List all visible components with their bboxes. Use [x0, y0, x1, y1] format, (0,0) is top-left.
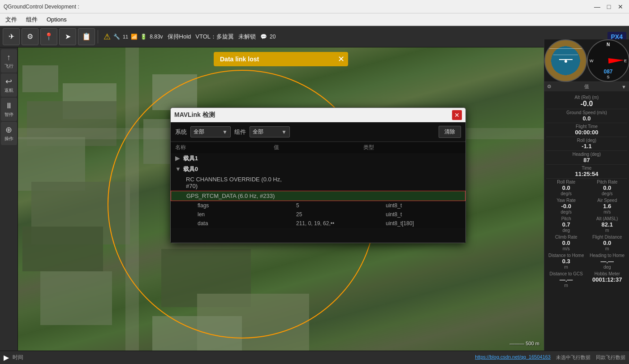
- telem-pitch-rate-value: 0.0: [603, 184, 611, 191]
- close-button[interactable]: ✕: [616, 2, 625, 12]
- gps-data-row: data 211, 0, 19, 62,•• uint8_t[180]: [171, 219, 465, 228]
- telem-flight-distance-unit: m: [605, 246, 609, 251]
- attitude-indicator: [544, 39, 587, 82]
- vehicle0-label: 载具0: [183, 166, 198, 172]
- sidebar-return[interactable]: ↩ 返航: [1, 73, 17, 97]
- rc-channels-row: RC CHANNELS OVERRIDE (0.0 Hz, #70): [186, 176, 461, 189]
- telem-pitch: Pitch 0.7 deg: [546, 216, 586, 233]
- menu-options[interactable]: Options: [43, 15, 70, 24]
- play-button[interactable]: ▶: [4, 353, 9, 362]
- mavlink-title-bar: MAVLink 检测 ✕: [171, 108, 465, 122]
- telem-alt-rel: Alt (Rel) (m) -0.0: [546, 94, 627, 109]
- compass-north: N: [607, 42, 610, 47]
- vehicle0-item[interactable]: ▼ 载具0: [171, 164, 465, 175]
- telem-alt-rel-value: -0.0: [581, 100, 593, 108]
- title-bar: QGroundControl Development : — □ ✕: [0, 0, 629, 13]
- datalost-close[interactable]: ✕: [338, 54, 345, 64]
- component-filter-select[interactable]: 全部 ▼: [250, 126, 290, 137]
- gps-rtcm-item[interactable]: GPS_RTCM_DATA (6.0 Hz, #233): [171, 191, 465, 201]
- telem-settings-icon[interactable]: ⚙: [547, 84, 551, 90]
- component-filter-label: 组件: [234, 128, 246, 136]
- telem-roll-value: -1.1: [582, 143, 591, 150]
- log-button[interactable]: 📋: [78, 28, 95, 45]
- status2: 同款飞行数据: [596, 354, 625, 361]
- minimize-button[interactable]: —: [592, 2, 602, 12]
- telem-air-speed-label: Air Speed: [597, 198, 617, 203]
- telem-flight-distance: Flight Distance 0.0 m: [587, 235, 628, 251]
- menu-file[interactable]: 文件: [2, 15, 21, 25]
- clear-filter-button[interactable]: 清除: [439, 126, 461, 138]
- sidebar-action[interactable]: ⊕ 操作: [1, 122, 17, 145]
- component-filter-value: 全部: [253, 128, 263, 136]
- window-controls[interactable]: — □ ✕: [592, 2, 625, 12]
- maximize-button[interactable]: □: [604, 2, 614, 12]
- mavlink-close-button[interactable]: ✕: [452, 110, 462, 120]
- sidebar-return-label: 返航: [4, 87, 13, 94]
- send-button[interactable]: ➤: [59, 28, 76, 45]
- location-button[interactable]: 📍: [40, 28, 57, 45]
- telem-heading-label: Heading (deg): [573, 152, 601, 157]
- bottom-bar: ▶ 时间 https://blog.csdn.net/qq_16504163 未…: [0, 351, 629, 364]
- mavlink-table-body[interactable]: ▶ 载具1 ▼ 载具0 RC CHANNELS OVERRIDE (0.0 Hz…: [171, 153, 465, 243]
- telem-rates-row: Roll Rate 0.0 deg/s Pitch Rate 0.0 deg/s: [546, 179, 627, 197]
- telem-flight-time-label: Flight Time: [576, 124, 598, 129]
- telem-heading-home-label: Heading to Home: [590, 253, 625, 258]
- gps-rtcm-label: GPS_RTCM_DATA (6.0 Hz, #233): [186, 193, 285, 199]
- telem-air-speed-value: 1.6: [603, 203, 611, 210]
- fly-button[interactable]: ✈: [3, 28, 20, 45]
- telem-roll-rate-value: 0.0: [562, 184, 570, 191]
- action-icon: ⊕: [5, 125, 12, 135]
- telem-yawrate-airspeed-row: Yaw Rate -0.0 deg/s Air Speed 1.6 m/s: [546, 197, 627, 215]
- vehicle1-item[interactable]: ▶ 载具1: [171, 153, 465, 164]
- settings-button[interactable]: ⚙: [22, 28, 39, 45]
- telem-dist-gcs-value: —.—: [560, 276, 573, 283]
- bottom-status: https://blog.csdn.net/qq_16504163 未选中飞行数…: [475, 354, 625, 361]
- blog-link[interactable]: https://blog.csdn.net/qq_16504163: [475, 354, 551, 361]
- telem-climb-rate-label: Climb Rate: [555, 235, 577, 240]
- data-name: data: [198, 220, 296, 227]
- telem-roll-rate-label: Roll Rate: [557, 180, 575, 184]
- telem-pitch-rate-unit: deg/s: [602, 191, 612, 196]
- len-value: 25: [296, 211, 386, 218]
- mavlink-table-header: 名称 值 类型: [171, 142, 465, 153]
- sidebar-pause[interactable]: ⏸ 智停: [1, 98, 17, 121]
- telem-ground-speed-value: 0.0: [582, 115, 590, 122]
- flags-type: uint8_t: [386, 202, 461, 209]
- rc-channels-item[interactable]: RC CHANNELS OVERRIDE (0.0 Hz, #70): [171, 175, 465, 191]
- menu-component[interactable]: 组件: [22, 15, 41, 25]
- lock-status: 未解锁: [238, 33, 256, 41]
- header-name: 名称: [175, 144, 274, 151]
- warning-icon: ⚠: [103, 32, 111, 42]
- telem-hobbs-meter-label: Hobbs Meter: [595, 271, 620, 276]
- telem-heading-value: 87: [583, 157, 590, 163]
- vehicle-type: VTOL：多旋翼: [195, 33, 234, 41]
- telem-climb-flightdist-row: Climb Rate 0.0 m/s Flight Distance 0.0 m: [546, 234, 627, 252]
- telem-alt-amsl-label: Alt (AMSL): [596, 216, 618, 221]
- window-title: QGroundControl Development :: [4, 4, 79, 10]
- battery-icon: 🔋: [140, 34, 147, 40]
- toolbar: ✈ ⚙ 📍 ➤ 📋 ⚠ 🔧 11 📶 🔋 8.83v 保持Hold VTOL：多…: [0, 26, 629, 47]
- vehicle0-expand: ▼: [175, 166, 181, 172]
- telem-flight-distance-value: 0.0: [603, 240, 611, 246]
- wrench-icon: 🔧: [113, 34, 120, 40]
- telem-dist-home: Distance to Home 0.3 m: [546, 253, 586, 270]
- telem-pitch-unit: deg: [562, 228, 570, 233]
- header-type: 类型: [363, 144, 461, 151]
- system-filter-select[interactable]: 全部 ▼: [190, 126, 231, 137]
- telem-dist-gcs-label: Distance to GCS: [550, 271, 583, 276]
- telem-dropdown-icon[interactable]: ▼: [621, 84, 626, 90]
- rc-channels-label: RC CHANNELS OVERRIDE (0.0 Hz, #70): [186, 176, 284, 189]
- signal-icon: 📶: [131, 34, 138, 40]
- telem-pitch-value: 0.7: [562, 221, 570, 228]
- flags-value: 5: [296, 202, 386, 209]
- telem-flight-distance-label: Flight Distance: [592, 235, 622, 240]
- vehicle1-expand: ▶: [175, 155, 181, 162]
- telem-heading-home-value: —.—: [600, 258, 614, 265]
- telem-hobbs-meter-value: 0001:12:37: [592, 276, 622, 283]
- telem-roll-label: Roll (deg): [577, 138, 596, 143]
- time-label: 时间: [13, 354, 23, 361]
- component-filter-arrow: ▼: [281, 129, 287, 135]
- vehicle1-label: 载具1: [183, 155, 198, 162]
- sidebar-fly[interactable]: ↑ 飞行: [1, 49, 17, 73]
- telem-dist-gcs-row: Distance to GCS —.— m Hobbs Meter 0001:1…: [546, 270, 627, 289]
